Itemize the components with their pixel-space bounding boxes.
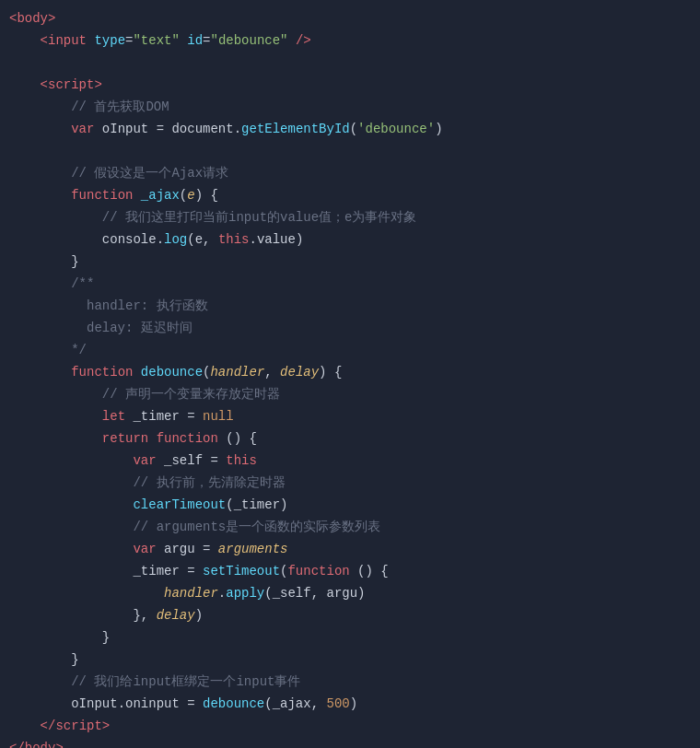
code-token: argu =: [157, 538, 218, 560]
code-token: (: [280, 560, 287, 582]
code-line: var argu = arguments: [9, 538, 682, 560]
code-token: this: [226, 450, 257, 472]
code-token: _timer =: [133, 560, 203, 582]
code-token: setTimeout: [203, 560, 280, 582]
code-token: */: [71, 339, 87, 361]
code-token: [9, 405, 102, 427]
code-token: handler: [164, 582, 218, 604]
code-line: function debounce(handler, delay) {: [9, 361, 682, 383]
code-line: // 执行前，先清除定时器: [9, 472, 682, 494]
code-line: // 我们这里打印当前input的value值；e为事件对象: [9, 206, 682, 228]
code-token: (_ajax,: [264, 693, 326, 715]
code-token: return: [102, 427, 148, 450]
code-token: null: [203, 405, 234, 427]
code-line: function _ajax(e) {: [9, 184, 682, 206]
code-token: </: [41, 715, 56, 737]
code-token: [9, 339, 71, 361]
code-token: // 假设这是一个Ajax请求: [71, 162, 228, 184]
code-token: (: [180, 184, 187, 206]
code-token: [9, 273, 71, 295]
code-token: (_self, argu): [264, 582, 365, 604]
code-token: "debounce": [211, 29, 288, 52]
code-line: oInput.oninput = debounce(_ajax, 500): [9, 693, 682, 715]
code-token: e: [187, 184, 194, 206]
code-token: [9, 427, 102, 450]
code-token: >: [102, 715, 110, 737]
code-token: debounce: [203, 693, 264, 715]
code-token: function: [71, 184, 133, 206]
code-token: 'debounce': [357, 118, 435, 140]
code-token: [9, 582, 164, 604]
code-line: return function () {: [9, 427, 682, 450]
code-line: handler: 执行函数: [9, 295, 682, 317]
code-line: </script>: [9, 715, 682, 737]
code-token: arguments: [218, 538, 288, 560]
code-token: [9, 494, 133, 516]
code-token: script: [48, 74, 94, 96]
code-editor: <body> <input type="text" id="debounce" …: [0, 7, 700, 748]
code-token: var: [71, 118, 94, 140]
code-line: <body>: [9, 7, 682, 29]
code-line: </body>: [9, 737, 682, 748]
code-token: />: [288, 29, 311, 52]
code-token: }: [71, 649, 78, 671]
code-token: [9, 649, 71, 671]
code-token: [87, 29, 94, 52]
code-token: [9, 693, 71, 715]
code-line: */: [9, 339, 682, 361]
code-token: debounce: [141, 361, 203, 383]
code-token: [9, 74, 41, 96]
code-line: }, delay): [9, 604, 682, 626]
code-token: _ajax: [141, 184, 180, 206]
code-token: ,: [264, 361, 280, 383]
code-token: function: [157, 427, 218, 450]
code-token: .: [218, 582, 226, 604]
code-token: ): [195, 604, 203, 626]
code-token: [9, 96, 71, 118]
code-token: 500: [326, 693, 349, 715]
code-token: this: [218, 228, 250, 251]
code-token: delay: [157, 604, 195, 626]
code-line: }: [9, 626, 682, 649]
code-token: () {: [218, 427, 257, 450]
code-token: // 我们给input框绑定一个input事件: [71, 671, 300, 693]
code-token: handler: [210, 361, 264, 383]
code-line: // 声明一个变量来存放定时器: [9, 383, 682, 405]
code-token: }: [102, 626, 110, 649]
code-token: }: [71, 251, 78, 273]
code-token: var: [133, 450, 156, 472]
code-token: // 执行前，先清除定时器: [133, 472, 285, 494]
code-token: (: [203, 361, 210, 383]
code-token: [9, 516, 133, 538]
code-token: [9, 228, 102, 251]
code-token: .value): [249, 228, 303, 251]
code-line: clearTimeout(_timer): [9, 494, 682, 516]
code-line: <input type="text" id="debounce" />: [9, 29, 682, 52]
code-token: input: [48, 29, 87, 52]
code-token: ): [350, 693, 357, 715]
code-token: =: [203, 29, 210, 52]
code-token: [148, 427, 156, 450]
code-token: =: [125, 29, 133, 52]
code-token: script: [55, 715, 101, 737]
code-token: "text": [133, 29, 179, 52]
code-token: delay: [280, 361, 319, 383]
code-token: delay: 延迟时间: [87, 317, 192, 339]
code-line: }: [9, 649, 682, 671]
code-token: [9, 626, 102, 649]
code-token: <: [9, 7, 17, 29]
code-token: [9, 29, 41, 52]
code-token: // 声明一个变量来存放定时器: [102, 383, 280, 405]
code-token: function: [71, 361, 133, 383]
code-line: let _timer = null: [9, 405, 682, 427]
code-token: body: [25, 737, 56, 748]
code-token: clearTimeout: [133, 494, 226, 516]
code-line: var oInput = document.getElementById('de…: [9, 118, 682, 140]
code-token: let: [102, 405, 125, 427]
code-line: delay: 延迟时间: [9, 317, 682, 339]
code-token: (: [350, 118, 357, 140]
code-token: // 我们这里打印当前input的value值；e为事件对象: [102, 206, 417, 228]
code-line: [9, 52, 682, 74]
code-line: handler.apply(_self, argu): [9, 582, 682, 604]
code-token: oInput.oninput =: [71, 693, 203, 715]
